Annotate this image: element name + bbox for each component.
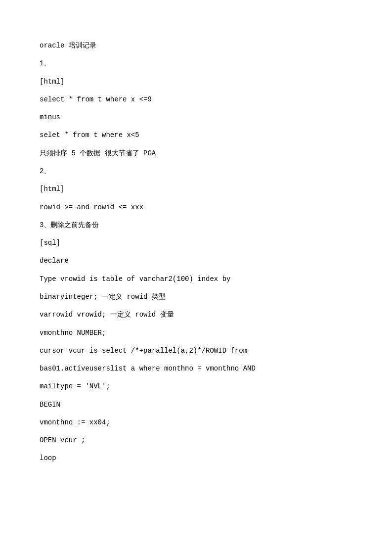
content-line-19: rowid >= and rowid <= xxx — [40, 201, 352, 214]
content-line-18 — [40, 196, 352, 200]
content-line-17: [html] — [40, 183, 352, 196]
content-line-15: 2、 — [40, 165, 352, 178]
content-line-7: select * from t where x <=9 — [40, 93, 352, 106]
content-line-21: 3、删除之前先备份 — [40, 219, 352, 232]
content-line-40 — [40, 393, 352, 397]
content-line-16 — [40, 178, 352, 182]
page-container: oracle 培训记录 1、 [html] select * from t wh… — [40, 40, 352, 465]
content-line-11: selet * from t where x<5 — [40, 129, 352, 142]
content-line-27: Type vrowid is table of varchar2(100) in… — [40, 273, 352, 286]
content-line-45: OPEN vcur ; — [40, 434, 352, 447]
content-line-38 — [40, 375, 352, 379]
content-line-22 — [40, 232, 352, 236]
content-line-13: 只须排序 5 个数据 很大节省了 PGA — [40, 147, 352, 160]
content-line-42 — [40, 412, 352, 416]
content-line-9: minus — [40, 111, 352, 124]
content-line-6 — [40, 88, 352, 92]
content-line-2 — [40, 52, 352, 56]
content-line-43: vmonthno := xx04; — [40, 416, 352, 429]
content-line-4 — [40, 70, 352, 74]
content-line-8 — [40, 106, 352, 110]
content-line-32 — [40, 322, 352, 325]
content-line-29: binaryinteger; 一定义 rowid 类型 — [40, 291, 352, 304]
content-line-12 — [40, 142, 352, 146]
content-line-26 — [40, 268, 352, 272]
content-line-35: cursor vcur is select /*+parallel(a,2)*/… — [40, 345, 352, 358]
content-line-20 — [40, 214, 352, 218]
content-line-37: bas01.activeuserslist a where monthno = … — [40, 363, 352, 375]
content-line-28 — [40, 286, 352, 290]
content-line-39: mailtype = 'NVL'; — [40, 380, 352, 393]
content-line-47: loop — [40, 452, 352, 465]
content-line-46 — [40, 447, 352, 451]
content-area: oracle 培训记录 1、 [html] select * from t wh… — [40, 40, 352, 465]
content-line-44 — [40, 429, 352, 433]
content-line-14 — [40, 160, 352, 164]
content-line-3: 1、 — [40, 57, 352, 70]
content-line-33: vmonthno NUMBER; — [40, 327, 352, 340]
content-line-1: oracle 培训记录 — [40, 40, 352, 52]
content-line-24 — [40, 250, 352, 254]
content-line-25: declare — [40, 255, 352, 268]
content-line-10 — [40, 124, 352, 128]
content-line-5: [html] — [40, 76, 352, 89]
content-line-34 — [40, 339, 352, 343]
content-line-30 — [40, 304, 352, 308]
content-line-23: [sql] — [40, 237, 352, 250]
content-line-36 — [40, 358, 352, 362]
content-line-41: BEGIN — [40, 399, 352, 412]
content-line-31: varrowid vrowid; 一定义 rowid 变量 — [40, 309, 352, 322]
